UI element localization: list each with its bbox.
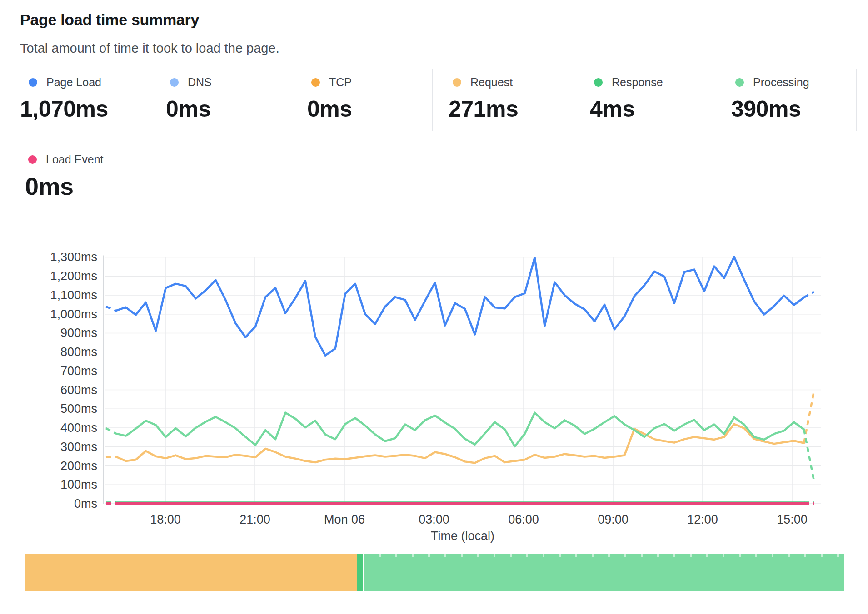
series-processing — [116, 413, 804, 446]
legend-value: 271ms — [433, 97, 574, 121]
legend-value: 1,070ms — [20, 97, 150, 121]
page-subtitle: Total amount of time it took to load the… — [20, 41, 279, 56]
request-dot-icon — [453, 78, 461, 87]
legend-item-response[interactable]: Response 4ms — [574, 69, 715, 131]
x-axis-tick-label: 03:00 — [419, 513, 449, 526]
legend-item-dns[interactable]: DNS 0ms — [150, 69, 291, 131]
status-segment-notches — [364, 554, 844, 557]
y-axis-tick-label: 800ms — [60, 345, 97, 359]
tcp-dot-icon — [311, 78, 320, 87]
legend-value: 390ms — [715, 97, 856, 121]
x-axis-tick-label: 12:00 — [687, 513, 718, 526]
legend-value: 0ms — [291, 97, 432, 121]
y-axis-tick-label: 500ms — [60, 402, 97, 416]
x-axis-tick-label: 21:00 — [239, 513, 270, 526]
page-load-time-chart[interactable]: 0ms100ms200ms300ms400ms500ms600ms700ms80… — [0, 194, 868, 553]
legend-value: 0ms — [150, 97, 291, 121]
response-dot-icon — [594, 78, 603, 87]
series-processing — [106, 428, 116, 434]
page-load-dot-icon — [29, 78, 37, 87]
y-axis-tick-label: 600ms — [60, 383, 97, 397]
processing-dot-icon — [735, 78, 744, 87]
y-axis-tick-label: 200ms — [60, 459, 97, 473]
series-page-load — [116, 257, 804, 356]
y-axis-tick-label: 900ms — [60, 326, 97, 340]
legend-item-request[interactable]: Request 271ms — [433, 69, 574, 131]
legend-item-processing[interactable]: Processing 390ms — [715, 69, 857, 131]
y-axis-tick-label: 1,000ms — [50, 307, 97, 321]
series-request — [106, 457, 116, 457]
y-axis-tick-label: 1,200ms — [50, 269, 97, 283]
series-request — [804, 391, 814, 443]
y-axis-tick-label: 100ms — [60, 478, 97, 491]
y-axis-tick-label: 1,100ms — [50, 288, 97, 302]
series-request — [116, 424, 804, 463]
load-event-dot-icon — [28, 155, 37, 164]
legend-item-tcp[interactable]: TCP 0ms — [291, 69, 433, 131]
status-segment-green-stripe[interactable] — [357, 554, 363, 591]
x-axis-tick-label: 18:00 — [150, 513, 181, 526]
series-page-load — [106, 307, 116, 311]
status-timeline-bar[interactable] — [25, 554, 844, 591]
legend-label: Load Event — [46, 153, 104, 166]
y-axis-tick-label: 400ms — [60, 421, 97, 435]
page-title: Page load time summary — [20, 11, 199, 29]
legend-label: Processing — [753, 76, 809, 89]
series-page-load — [804, 292, 814, 297]
x-axis-tick-label: 06:00 — [508, 513, 539, 526]
legend-label: DNS — [188, 76, 212, 89]
x-axis-tick-label: 09:00 — [598, 513, 629, 526]
status-segment-orange[interactable] — [25, 554, 357, 591]
legend-label: Page Load — [46, 76, 101, 89]
y-axis-tick-label: 300ms — [60, 440, 97, 454]
y-axis-tick-label: 0ms — [74, 497, 97, 510]
legend-label: Request — [470, 76, 513, 89]
series-processing — [804, 429, 814, 480]
status-segment-green[interactable] — [364, 554, 844, 591]
legend-label: TCP — [329, 76, 352, 89]
legend-value: 4ms — [574, 97, 715, 121]
x-axis-tick-label: 15:00 — [777, 513, 808, 526]
dns-dot-icon — [170, 78, 179, 87]
legend-label: Response — [612, 76, 663, 89]
metrics-legend-row: Page Load 1,070ms DNS 0ms TCP 0ms Reques… — [20, 69, 857, 131]
legend-item-load-event[interactable]: Load Event 0ms — [20, 153, 104, 199]
x-axis-title: Time (local) — [431, 529, 494, 543]
legend-item-page-load[interactable]: Page Load 1,070ms — [20, 69, 150, 131]
x-axis-tick-label: Mon 06 — [324, 513, 365, 526]
y-axis-tick-label: 1,300ms — [50, 250, 97, 264]
y-axis-tick-label: 700ms — [60, 364, 97, 378]
